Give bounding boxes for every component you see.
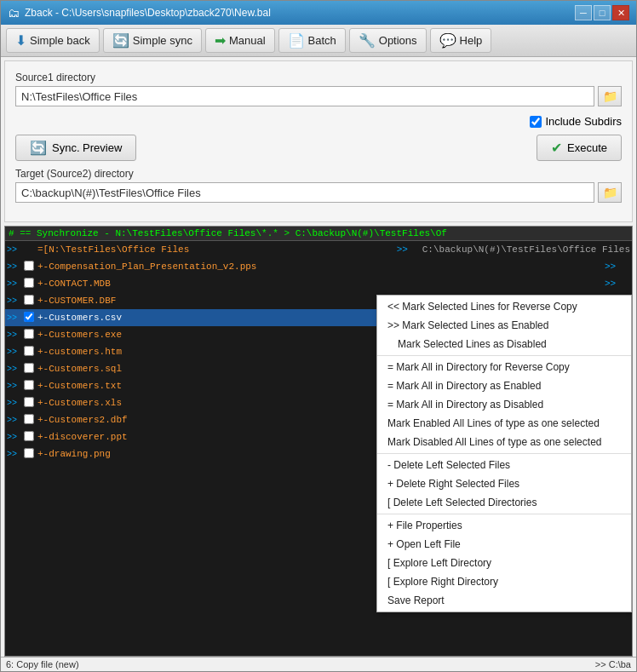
context-menu-separator: [377, 453, 631, 454]
context-menu-item-mark-enabled-type[interactable]: Mark Enabled All Lines of type as one se…: [377, 414, 631, 433]
context-menu-item-mark-disabled-type[interactable]: Mark Disabled All Lines of type as one s…: [377, 433, 631, 451]
file-row-arrow: >>: [7, 399, 24, 408]
context-menu-item-delete-left-dirs[interactable]: [ Delete Left Selected Directories: [377, 493, 631, 512]
file-row-arrow: >>: [7, 450, 24, 459]
source1-row: 📁: [15, 86, 622, 106]
file-row-arrow: >>: [7, 245, 24, 255]
file-row-checkbox[interactable]: [24, 414, 37, 427]
batch-label: Batch: [308, 34, 336, 47]
sync-preview-button[interactable]: 🔄 Sync. Preview: [15, 135, 136, 161]
context-menu-separator: [377, 514, 631, 514]
file-row[interactable]: >>+-CONTACT.MDB>>: [5, 275, 632, 292]
file-row-arrow: >>: [7, 313, 24, 323]
context-menu-item-save-report[interactable]: Save Report: [377, 591, 631, 610]
file-row-op: >>: [605, 279, 630, 289]
file-row-name: +-CONTACT.MDB: [37, 279, 605, 289]
file-row-name: +-Compensation_Plan_Presentation_v2.pps: [37, 261, 605, 272]
context-menu-item-open-left[interactable]: + Open Left File: [377, 535, 631, 554]
file-list-area: # == Synchronize - N:\TestFiles\Office F…: [4, 226, 633, 657]
source1-input[interactable]: [15, 86, 594, 106]
status-left: 6: Copy file (new): [6, 659, 79, 669]
context-menu-item-mark-all-disabled[interactable]: = Mark All in Directory as Disabled: [377, 395, 631, 414]
file-row-arrow: >>: [7, 262, 24, 272]
file-row-arrow: >>: [7, 296, 24, 306]
context-menu-item-mark-all-enabled[interactable]: = Mark All in Directory as Enabled: [377, 376, 631, 395]
file-row-arrow: >>: [7, 365, 24, 374]
file-row[interactable]: >>+-Compensation_Plan_Presentation_v2.pp…: [5, 258, 632, 275]
file-row-checkbox[interactable]: [24, 346, 37, 359]
batch-button[interactable]: 📄 Batch: [278, 28, 346, 53]
context-menu-item-explore-left[interactable]: [ Explore Left Directory: [377, 554, 631, 572]
context-menu-item-mark-all-reverse[interactable]: = Mark All in Directory for Reverse Copy: [377, 358, 631, 376]
file-row-op: >>: [605, 261, 630, 272]
file-row-checkbox[interactable]: [24, 431, 37, 444]
file-row-arrow: >>: [7, 347, 24, 357]
file-row-checkbox[interactable]: [24, 312, 37, 325]
file-row-checkbox[interactable]: [24, 295, 37, 307]
manual-icon: ➡: [215, 32, 226, 49]
manual-label: Manual: [229, 34, 266, 47]
file-row-checkbox[interactable]: [24, 278, 37, 290]
execute-button[interactable]: ✔ Execute: [537, 135, 622, 161]
context-menu-item-mark-enabled[interactable]: >> Mark Selected Lines as Enabled: [377, 316, 631, 335]
target-browse-button[interactable]: 📁: [598, 182, 622, 203]
include-subdirs-row: Include Subdirs: [15, 115, 622, 128]
include-subdirs-checkbox[interactable]: [530, 116, 542, 128]
file-row-checkbox[interactable]: [24, 329, 37, 342]
context-menu: << Mark Selected Lines for Reverse Copy>…: [376, 295, 632, 612]
form-area: Source1 directory 📁 Include Subdirs 🔄 Sy…: [4, 60, 633, 222]
main-window: 🗂 Zback - C:\Users\snapfiles\Desktop\zba…: [0, 0, 637, 672]
options-button[interactable]: 🔧 Options: [349, 28, 427, 53]
context-menu-item-file-properties[interactable]: + File Properties: [377, 516, 631, 535]
maximize-button[interactable]: □: [594, 5, 611, 20]
context-menu-item-mark-reverse[interactable]: << Mark Selected Lines for Reverse Copy: [377, 297, 631, 316]
help-label: Help: [460, 34, 483, 47]
target-input[interactable]: [15, 182, 594, 203]
toolbar: ⬇ Simple back 🔄 Simple sync ➡ Manual 📄 B…: [1, 25, 636, 57]
file-row-checkbox[interactable]: [24, 261, 37, 273]
options-icon: 🔧: [359, 32, 376, 49]
file-row-extra: C:\backup\N(#)\TestFiles\Office Files: [422, 244, 630, 255]
simple-back-button[interactable]: ⬇ Simple back: [6, 28, 100, 53]
help-icon: 💬: [439, 32, 456, 49]
file-row-checkbox[interactable]: [24, 380, 37, 393]
context-menu-item-delete-left[interactable]: - Delete Left Selected Files: [377, 456, 631, 474]
target-row: 📁: [15, 182, 622, 203]
file-row-arrow: >>: [7, 433, 24, 442]
file-row-op: >>: [397, 244, 422, 255]
help-button[interactable]: 💬 Help: [430, 28, 492, 53]
window-title: Zback - C:\Users\snapfiles\Desktop\zback…: [25, 7, 271, 19]
action-row: 🔄 Sync. Preview ✔ Execute: [15, 135, 622, 161]
target-group: Target (Source2) directory 📁: [15, 168, 622, 203]
file-row-name: =[N:\TestFiles\Office Files: [37, 244, 397, 255]
target-label: Target (Source2) directory: [15, 168, 622, 180]
context-menu-item-mark-disabled[interactable]: Mark Selected Lines as Disabled: [377, 335, 631, 353]
app-icon: 🗂: [8, 6, 20, 20]
window-controls: ─ □ ✕: [575, 5, 629, 20]
file-row-checkbox[interactable]: [24, 397, 37, 410]
execute-icon: ✔: [551, 140, 562, 156]
sync-preview-label: Sync. Preview: [52, 141, 122, 154]
context-menu-item-explore-right[interactable]: [ Explore Right Directory: [377, 572, 631, 591]
execute-label: Execute: [567, 141, 607, 154]
include-subdirs-label: Include Subdirs: [545, 115, 622, 128]
file-row-checkbox[interactable]: [24, 448, 37, 461]
file-row-checkbox[interactable]: [24, 363, 37, 376]
source1-label: Source1 directory: [15, 72, 622, 83]
status-right: >> C:\ba: [595, 659, 631, 669]
file-row-arrow: >>: [7, 330, 24, 340]
file-row[interactable]: >>=[N:\TestFiles\Office Files>> C:\backu…: [5, 241, 632, 258]
close-button[interactable]: ✕: [612, 5, 629, 20]
source1-browse-button[interactable]: 📁: [598, 86, 622, 106]
source1-group: Source1 directory 📁: [15, 72, 622, 106]
status-bar: 6: Copy file (new) >> C:\ba: [1, 657, 636, 671]
simple-sync-button[interactable]: 🔄 Simple sync: [103, 28, 202, 53]
manual-button[interactable]: ➡ Manual: [205, 28, 275, 53]
context-menu-separator: [377, 355, 631, 356]
context-menu-item-delete-right[interactable]: + Delete Right Selected Files: [377, 474, 631, 493]
file-row-arrow: >>: [7, 279, 24, 289]
minimize-button[interactable]: ─: [575, 5, 592, 20]
title-bar: 🗂 Zback - C:\Users\snapfiles\Desktop\zba…: [1, 1, 636, 25]
simple-back-label: Simple back: [30, 34, 90, 47]
simple-sync-icon: 🔄: [112, 32, 129, 49]
